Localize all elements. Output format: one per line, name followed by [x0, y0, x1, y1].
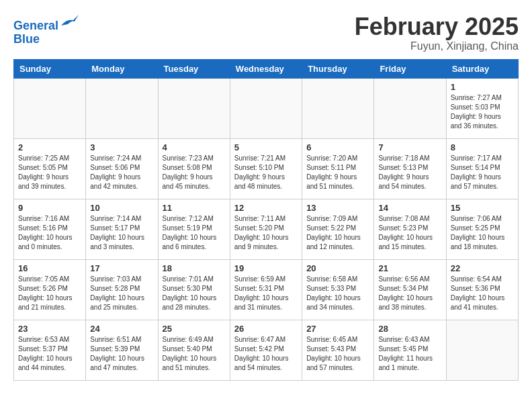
weekday-header-saturday: Saturday [446, 59, 518, 78]
day-info: Sunrise: 7:12 AM Sunset: 5:19 PM Dayligh… [163, 214, 226, 252]
day-info: Sunrise: 6:58 AM Sunset: 5:33 PM Dayligh… [306, 275, 369, 312]
weekday-header-thursday: Thursday [302, 59, 374, 78]
calendar-cell: 5Sunrise: 7:21 AM Sunset: 5:10 PM Daylig… [230, 138, 302, 199]
day-number: 11 [163, 203, 226, 213]
day-info: Sunrise: 6:54 AM Sunset: 5:36 PM Dayligh… [451, 275, 514, 312]
calendar-week-1: 2Sunrise: 7:25 AM Sunset: 5:05 PM Daylig… [14, 138, 519, 199]
day-number: 1 [451, 82, 514, 92]
calendar-cell: 25Sunrise: 6:49 AM Sunset: 5:40 PM Dayli… [158, 320, 230, 380]
day-number: 7 [378, 142, 441, 152]
calendar-cell: 12Sunrise: 7:11 AM Sunset: 5:20 PM Dayli… [230, 199, 302, 259]
calendar-cell [374, 78, 446, 138]
calendar-cell: 17Sunrise: 7:03 AM Sunset: 5:28 PM Dayli… [86, 259, 158, 320]
calendar-cell: 14Sunrise: 7:08 AM Sunset: 5:23 PM Dayli… [374, 199, 446, 259]
day-info: Sunrise: 7:24 AM Sunset: 5:06 PM Dayligh… [90, 154, 153, 191]
day-number: 21 [378, 263, 441, 273]
calendar-cell [302, 78, 374, 138]
day-number: 6 [306, 142, 369, 152]
title-section: February 2025 Fuyun, Xinjiang, China [355, 13, 519, 52]
calendar-cell: 15Sunrise: 7:06 AM Sunset: 5:25 PM Dayli… [446, 199, 518, 259]
calendar-cell: 11Sunrise: 7:12 AM Sunset: 5:19 PM Dayli… [158, 199, 230, 259]
calendar-subtitle: Fuyun, Xinjiang, China [355, 40, 519, 52]
day-number: 4 [163, 142, 226, 152]
calendar-cell: 9Sunrise: 7:16 AM Sunset: 5:16 PM Daylig… [14, 199, 86, 259]
day-info: Sunrise: 6:47 AM Sunset: 5:42 PM Dayligh… [234, 335, 298, 373]
logo-blue: Blue [13, 32, 40, 46]
day-number: 12 [234, 203, 298, 213]
calendar-cell: 8Sunrise: 7:17 AM Sunset: 5:14 PM Daylig… [446, 138, 518, 199]
day-info: Sunrise: 7:20 AM Sunset: 5:11 PM Dayligh… [306, 154, 369, 191]
calendar-title: February 2025 [355, 13, 519, 40]
day-info: Sunrise: 7:23 AM Sunset: 5:08 PM Dayligh… [163, 154, 226, 191]
calendar-cell: 4Sunrise: 7:23 AM Sunset: 5:08 PM Daylig… [158, 138, 230, 199]
day-number: 23 [18, 324, 81, 334]
calendar-cell: 26Sunrise: 6:47 AM Sunset: 5:42 PM Dayli… [230, 320, 302, 380]
day-info: Sunrise: 6:49 AM Sunset: 5:40 PM Dayligh… [163, 335, 226, 373]
day-info: Sunrise: 6:59 AM Sunset: 5:31 PM Dayligh… [234, 275, 298, 312]
day-info: Sunrise: 7:27 AM Sunset: 5:03 PM Dayligh… [451, 93, 514, 131]
day-info: Sunrise: 7:06 AM Sunset: 5:25 PM Dayligh… [451, 214, 514, 252]
day-info: Sunrise: 7:11 AM Sunset: 5:20 PM Dayligh… [234, 214, 298, 252]
calendar-cell [446, 320, 518, 380]
calendar-body: 1Sunrise: 7:27 AM Sunset: 5:03 PM Daylig… [14, 78, 519, 380]
calendar-week-3: 16Sunrise: 7:05 AM Sunset: 5:26 PM Dayli… [14, 259, 519, 320]
day-info: Sunrise: 6:53 AM Sunset: 5:37 PM Dayligh… [18, 335, 81, 373]
calendar-week-4: 23Sunrise: 6:53 AM Sunset: 5:37 PM Dayli… [14, 320, 519, 380]
day-info: Sunrise: 7:03 AM Sunset: 5:28 PM Dayligh… [90, 275, 153, 312]
calendar-cell: 20Sunrise: 6:58 AM Sunset: 5:33 PM Dayli… [302, 259, 374, 320]
weekday-header-sunday: Sunday [14, 59, 86, 78]
day-info: Sunrise: 7:21 AM Sunset: 5:10 PM Dayligh… [234, 154, 298, 191]
day-number: 18 [163, 263, 226, 273]
weekday-header-wednesday: Wednesday [230, 59, 302, 78]
day-number: 19 [234, 263, 298, 273]
calendar-cell: 2Sunrise: 7:25 AM Sunset: 5:05 PM Daylig… [14, 138, 86, 199]
calendar-cell: 7Sunrise: 7:18 AM Sunset: 5:13 PM Daylig… [374, 138, 446, 199]
day-info: Sunrise: 6:45 AM Sunset: 5:43 PM Dayligh… [306, 335, 369, 373]
day-info: Sunrise: 6:43 AM Sunset: 5:45 PM Dayligh… [378, 335, 441, 373]
day-info: Sunrise: 6:51 AM Sunset: 5:39 PM Dayligh… [90, 335, 153, 373]
calendar-cell: 18Sunrise: 7:01 AM Sunset: 5:30 PM Dayli… [158, 259, 230, 320]
day-number: 24 [90, 324, 153, 334]
day-number: 14 [378, 203, 441, 213]
calendar-cell: 23Sunrise: 6:53 AM Sunset: 5:37 PM Dayli… [14, 320, 86, 380]
calendar-cell: 21Sunrise: 6:56 AM Sunset: 5:34 PM Dayli… [374, 259, 446, 320]
calendar-cell: 28Sunrise: 6:43 AM Sunset: 5:45 PM Dayli… [374, 320, 446, 380]
calendar-week-2: 9Sunrise: 7:16 AM Sunset: 5:16 PM Daylig… [14, 199, 519, 259]
day-number: 9 [18, 203, 81, 213]
page-header: General Blue February 2025 Fuyun, Xinjia… [13, 13, 519, 52]
calendar-cell [230, 78, 302, 138]
calendar-cell [86, 78, 158, 138]
day-info: Sunrise: 7:16 AM Sunset: 5:16 PM Dayligh… [18, 214, 81, 252]
calendar-cell: 6Sunrise: 7:20 AM Sunset: 5:11 PM Daylig… [302, 138, 374, 199]
day-info: Sunrise: 7:01 AM Sunset: 5:30 PM Dayligh… [163, 275, 226, 312]
calendar-cell: 24Sunrise: 6:51 AM Sunset: 5:39 PM Dayli… [86, 320, 158, 380]
calendar-cell: 10Sunrise: 7:14 AM Sunset: 5:17 PM Dayli… [86, 199, 158, 259]
day-number: 16 [18, 263, 81, 273]
weekday-header-friday: Friday [374, 59, 446, 78]
day-number: 3 [90, 142, 153, 152]
day-number: 17 [90, 263, 153, 273]
day-info: Sunrise: 6:56 AM Sunset: 5:34 PM Dayligh… [378, 275, 441, 312]
day-number: 2 [18, 142, 81, 152]
day-info: Sunrise: 7:17 AM Sunset: 5:14 PM Dayligh… [451, 154, 514, 191]
calendar-cell: 16Sunrise: 7:05 AM Sunset: 5:26 PM Dayli… [14, 259, 86, 320]
day-number: 27 [306, 324, 369, 334]
calendar-cell [14, 78, 86, 138]
calendar-table: SundayMondayTuesdayWednesdayThursdayFrid… [13, 59, 519, 381]
calendar-cell: 19Sunrise: 6:59 AM Sunset: 5:31 PM Dayli… [230, 259, 302, 320]
logo-general: General [13, 19, 58, 32]
calendar-cell [158, 78, 230, 138]
day-number: 28 [378, 324, 441, 334]
day-number: 20 [306, 263, 369, 273]
calendar-cell: 13Sunrise: 7:09 AM Sunset: 5:22 PM Dayli… [302, 199, 374, 259]
calendar-cell: 3Sunrise: 7:24 AM Sunset: 5:06 PM Daylig… [86, 138, 158, 199]
day-number: 25 [163, 324, 226, 334]
day-number: 26 [234, 324, 298, 334]
day-number: 13 [306, 203, 369, 213]
logo-bird-icon [60, 13, 80, 30]
calendar-week-0: 1Sunrise: 7:27 AM Sunset: 5:03 PM Daylig… [14, 78, 519, 138]
calendar-cell: 27Sunrise: 6:45 AM Sunset: 5:43 PM Dayli… [302, 320, 374, 380]
day-number: 22 [451, 263, 514, 273]
day-number: 5 [234, 142, 298, 152]
day-number: 8 [451, 142, 514, 152]
